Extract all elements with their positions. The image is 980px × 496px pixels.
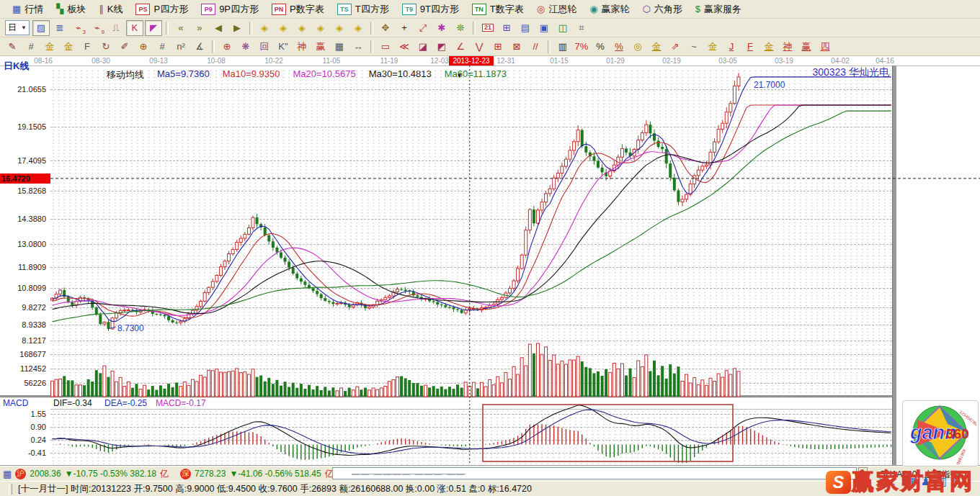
gann360-logo: gann 360 1234567890123 4567890123 <box>902 400 979 466</box>
crosshair-date-tag: 2013-12-23 <box>449 56 494 66</box>
site-watermark: 赢家财富网 <box>852 466 974 496</box>
crosshair-price-tag: 16.4720 <box>0 173 50 184</box>
kline-chart-canvas[interactable] <box>0 0 980 496</box>
low-price-annotation: 8.7300 <box>117 323 144 333</box>
sogou-logo: S <box>826 471 851 494</box>
logo-360-text: 360 <box>946 426 969 441</box>
app-window: ▦行情▚板块∥K线PSP四方形P99P四方形PNP数字表TST四方形T99T四方… <box>0 0 980 496</box>
macd-annotation-box <box>483 405 733 461</box>
high-price-annotation: 21.7000 <box>754 80 785 90</box>
